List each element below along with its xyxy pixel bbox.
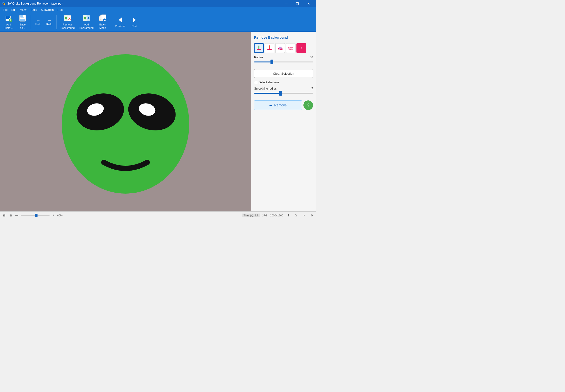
batch-mode-label: BatchMode — [99, 23, 106, 29]
magic-button[interactable]: ✦ — [297, 43, 306, 53]
status-center: Time (s): 3.7 — [242, 213, 260, 217]
smoothing-fill — [254, 93, 281, 94]
fit-view-icon[interactable]: ⊡ — [2, 213, 7, 218]
sep2 — [57, 15, 57, 29]
smoothing-value: 7 — [311, 87, 313, 90]
save-as-icon — [19, 14, 27, 22]
menu-softorbits[interactable]: SoftOrbits — [39, 7, 56, 13]
svg-marker-37 — [268, 45, 270, 46]
panel-title: Remove Background — [254, 36, 313, 39]
undo-button[interactable]: ↩ Undo — [33, 18, 44, 26]
save-as-label: Saveas... — [19, 23, 26, 29]
svg-rect-22 — [101, 15, 106, 19]
add-files-button[interactable]: + AddFile(s)... — [2, 14, 15, 30]
menu-edit[interactable]: Edit — [9, 7, 18, 13]
restore-button[interactable]: ❐ — [292, 0, 303, 7]
actual-size-icon[interactable]: ⊟ — [8, 213, 13, 218]
minimize-button[interactable]: ─ — [281, 0, 292, 7]
toolbar: + AddFile(s)... Saveas... ↩ Undo ↪ Red — [0, 13, 316, 32]
svg-point-17 — [84, 17, 86, 19]
share-icon[interactable]: ↗ — [301, 213, 306, 218]
remove-brush-button[interactable] — [265, 43, 274, 53]
app-icon: 🎭 — [2, 2, 6, 5]
remove-background-button[interactable]: RemoveBackground — [59, 14, 77, 30]
select-button[interactable]: ✂ — [286, 43, 296, 53]
svg-rect-39 — [279, 47, 282, 49]
zoom-in-icon[interactable]: + — [51, 213, 56, 218]
batch-mode-icon: ▶ — [99, 14, 106, 22]
remove-button[interactable]: ➡ Remove — [254, 100, 302, 110]
canvas-area[interactable] — [0, 32, 251, 211]
radius-value: 50 — [310, 56, 313, 59]
tool-buttons-row: ✂ ✦ — [254, 43, 313, 53]
smoothing-section: Smoothing radius 7 — [254, 87, 313, 98]
zoom-thumb[interactable] — [35, 214, 38, 217]
detect-shadows-row: Detect shadows — [254, 81, 313, 84]
detect-shadows-checkbox[interactable] — [254, 81, 257, 84]
main-area: Remove Background — [0, 32, 316, 211]
radius-thumb[interactable] — [270, 60, 273, 64]
redo-label: Redo — [46, 23, 52, 26]
radius-track — [254, 61, 313, 62]
zoom-out-icon[interactable]: — — [15, 213, 19, 218]
menu-tools[interactable]: Tools — [28, 7, 39, 13]
detect-shadows-label: Detect shadows — [259, 81, 279, 84]
right-panel: Remove Background — [251, 32, 316, 211]
svg-rect-1 — [6, 16, 10, 17]
sep1 — [31, 15, 31, 29]
remove-arrow-icon: ➡ — [269, 103, 272, 107]
smoothing-label: Smoothing radius — [254, 87, 277, 90]
svg-rect-8 — [20, 19, 25, 21]
info-icon[interactable]: ℹ — [286, 213, 291, 218]
status-bar: ⊡ ⊟ — + 60% Time (s): 3.7 JPG 2000x1500 … — [0, 211, 316, 219]
title-bar: 🎭 SoftOrbits Background Remover - face.j… — [0, 0, 316, 7]
previous-button[interactable]: Previous — [113, 14, 127, 30]
add-background-button[interactable]: AddBackground — [77, 14, 95, 30]
next-button[interactable]: Next — [128, 14, 141, 30]
twitter-icon[interactable]: 𝕏 — [294, 213, 299, 218]
add-background-label: AddBackground — [79, 23, 93, 29]
radius-fill — [254, 61, 272, 62]
radius-section: Radius 50 — [254, 56, 313, 66]
zoom-track — [21, 215, 49, 216]
save-as-button[interactable]: Saveas... — [16, 14, 29, 30]
next-label: Next — [132, 25, 137, 28]
svg-rect-36 — [269, 46, 270, 49]
smoothing-thumb[interactable] — [279, 91, 282, 96]
batch-mode-button[interactable]: ▶ BatchMode — [96, 14, 109, 30]
clear-selection-button[interactable]: Clear Selection — [254, 69, 313, 78]
remove-row: ➡ Remove ? — [254, 100, 313, 110]
menu-help[interactable]: Help — [56, 7, 65, 13]
sep3 — [111, 15, 111, 29]
remove-background-label: RemoveBackground — [60, 23, 75, 29]
redo-icon: ↪ — [48, 18, 51, 23]
svg-marker-25 — [119, 17, 122, 22]
svg-rect-40 — [278, 49, 280, 50]
help-button[interactable]: ? — [303, 100, 313, 110]
remove-label: Remove — [274, 103, 287, 107]
undo-label: Undo — [35, 23, 41, 26]
previous-icon — [116, 16, 124, 24]
format-label: JPG — [262, 214, 267, 217]
svg-rect-33 — [258, 46, 259, 49]
status-left: ⊡ ⊟ — + 60% — [2, 213, 240, 218]
svg-rect-2 — [6, 17, 10, 18]
zoom-slider[interactable] — [21, 215, 49, 216]
svg-text:✂: ✂ — [289, 48, 291, 50]
title-bar-controls: ─ ❐ ✕ — [281, 0, 314, 7]
redo-button[interactable]: ↪ Redo — [44, 18, 55, 26]
svg-rect-3 — [6, 18, 9, 19]
keep-brush-button[interactable] — [254, 43, 264, 53]
status-right: JPG 2000x1500 ℹ 𝕏 ↗ ⚙ — [262, 213, 314, 218]
close-button[interactable]: ✕ — [303, 0, 314, 7]
eraser-button[interactable] — [275, 43, 285, 53]
menu-file[interactable]: File — [1, 7, 9, 13]
svg-rect-9 — [23, 15, 24, 17]
menu-view[interactable]: View — [18, 7, 28, 13]
svg-marker-26 — [133, 17, 136, 22]
smoothing-slider[interactable] — [254, 91, 313, 96]
radius-slider[interactable] — [254, 60, 313, 64]
settings-icon[interactable]: ⚙ — [309, 213, 314, 218]
add-background-icon — [83, 14, 90, 22]
title-bar-left: 🎭 SoftOrbits Background Remover - face.j… — [2, 2, 62, 5]
